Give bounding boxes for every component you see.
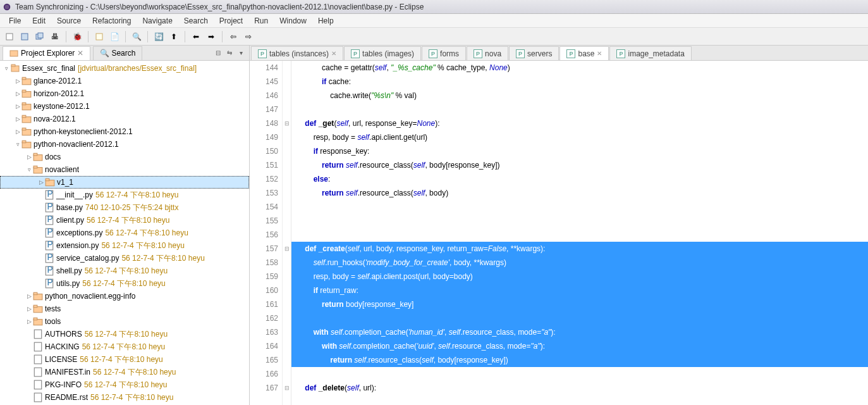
next-annotation-button[interactable]: ➡ bbox=[204, 30, 218, 44]
svg-rect-45 bbox=[34, 292, 37, 294]
tree-item[interactable]: ▷docs bbox=[0, 151, 249, 163]
tab-label: servers bbox=[527, 49, 552, 58]
svg-rect-54 bbox=[34, 380, 41, 389]
open-type-button[interactable]: 📄 bbox=[107, 30, 121, 44]
tree-item[interactable]: README.rst56 12-7-4 下午8:10 heyu bbox=[0, 391, 249, 404]
close-icon[interactable]: ✕ bbox=[77, 49, 83, 58]
menu-window[interactable]: Window bbox=[274, 15, 312, 27]
menu-navigate[interactable]: Navigate bbox=[137, 15, 177, 27]
twisty-icon[interactable]: ▿ bbox=[14, 141, 21, 147]
tab-search[interactable]: 🔍 Search bbox=[93, 46, 142, 60]
tree-item[interactable]: ▷keystone-2012.1 bbox=[0, 100, 249, 113]
forward-button[interactable]: ⇨ bbox=[241, 30, 255, 44]
tree-item[interactable]: ▿novaclient bbox=[0, 163, 249, 176]
code-content[interactable]: cache = getattr(self, "_%s_cache" % cach… bbox=[291, 61, 868, 405]
twisty-icon[interactable]: ▷ bbox=[14, 78, 21, 84]
twisty-icon[interactable]: ▷ bbox=[14, 90, 21, 97]
tree-item[interactable]: LICENSE56 12-7-4 下午8:10 heyu bbox=[0, 353, 249, 366]
editor-tab[interactable]: Ptables (instances)✕ bbox=[251, 46, 343, 60]
tree-item[interactable]: ▿python-novaclient-2012.1 bbox=[0, 138, 249, 151]
tree-item[interactable]: ▷horizon-2012.1 bbox=[0, 87, 249, 100]
file-icon bbox=[33, 329, 43, 339]
tree-item[interactable]: ▷v1_1 bbox=[0, 176, 249, 189]
close-icon[interactable]: ✕ bbox=[331, 50, 336, 57]
tree-meta: 56 12-7-4 下午8:10 heyu bbox=[85, 329, 168, 340]
menu-file[interactable]: File bbox=[4, 15, 26, 27]
tree-item[interactable]: AUTHORS56 12-7-4 下午8:10 heyu bbox=[0, 328, 249, 340]
code-area[interactable]: 1441451461471481491501511521531541551561… bbox=[250, 61, 868, 405]
file-icon bbox=[33, 354, 43, 364]
collapse-all-icon[interactable]: ⊟ bbox=[214, 49, 223, 58]
new-wizard-button[interactable] bbox=[92, 30, 106, 44]
menu-run[interactable]: Run bbox=[249, 15, 273, 27]
tree-label: tools bbox=[45, 317, 61, 326]
tree-item[interactable]: MANIFEST.in56 12-7-4 下午8:10 heyu bbox=[0, 366, 249, 378]
twisty-icon[interactable]: ▷ bbox=[25, 306, 33, 312]
save-button[interactable] bbox=[18, 30, 32, 44]
twisty-icon[interactable]: ▿ bbox=[3, 65, 10, 72]
save-all-button[interactable] bbox=[33, 30, 47, 44]
tree-item[interactable]: Pextension.py56 12-7-4 下午8:10 heyu bbox=[0, 239, 249, 252]
tree-item[interactable]: Putils.py56 12-7-4 下午8:10 heyu bbox=[0, 277, 249, 290]
tree-item[interactable]: P__init__.py56 12-7-4 下午8:10 heyu bbox=[0, 189, 249, 201]
menu-search[interactable]: Search bbox=[179, 15, 213, 27]
twisty-icon[interactable]: ▿ bbox=[25, 166, 33, 173]
sync-button[interactable]: 🔄 bbox=[152, 30, 166, 44]
twisty-icon[interactable]: ▷ bbox=[14, 116, 21, 122]
editor-tab[interactable]: Pservers bbox=[509, 46, 559, 60]
tree-item[interactable]: ▷python_novaclient.egg-info bbox=[0, 290, 249, 302]
tree-item[interactable]: Pexceptions.py56 12-7-4 下午8:10 heyu bbox=[0, 227, 249, 239]
menu-source[interactable]: Source bbox=[52, 15, 86, 27]
twisty-icon[interactable]: ▷ bbox=[25, 318, 33, 325]
twisty-icon[interactable]: ▷ bbox=[14, 103, 21, 109]
editor-tab[interactable]: Pimage_metadata bbox=[609, 46, 691, 60]
tree-item[interactable]: PKG-INFO56 12-7-4 下午8:10 heyu bbox=[0, 378, 249, 391]
tree-item[interactable]: ▷glance-2012.1 bbox=[0, 75, 249, 87]
tree-item[interactable]: ▷nova-2012.1 bbox=[0, 113, 249, 125]
tab-label: Project Explorer bbox=[21, 49, 75, 58]
tree-item[interactable]: ▷python-keystoneclient-2012.1 bbox=[0, 125, 249, 138]
view-menu-icon[interactable]: ▾ bbox=[236, 49, 245, 58]
twisty-icon[interactable]: ▷ bbox=[25, 154, 33, 160]
tree-item[interactable]: HACKING56 12-7-4 下午8:10 heyu bbox=[0, 340, 249, 353]
editor-tab[interactable]: Pnova bbox=[467, 46, 508, 60]
editor-tab[interactable]: Pbase✕ bbox=[559, 46, 609, 60]
link-editor-icon[interactable]: ⇆ bbox=[225, 49, 234, 58]
separator bbox=[66, 31, 66, 42]
prev-annotation-button[interactable]: ⬅ bbox=[189, 30, 203, 44]
twisty-icon[interactable]: ▷ bbox=[37, 179, 45, 185]
menu-project[interactable]: Project bbox=[214, 15, 248, 27]
print-button[interactable]: 🖶 bbox=[48, 30, 62, 44]
tree-item[interactable]: Pservice_catalog.py56 12-7-4 下午8:10 heyu bbox=[0, 252, 249, 265]
tree-root[interactable]: ▿ Essex_src_final [jdvirtual/branches/Es… bbox=[0, 62, 249, 75]
twisty-icon[interactable]: ▷ bbox=[14, 128, 21, 135]
tab-project-explorer[interactable]: Project Explorer ✕ bbox=[3, 46, 90, 60]
back-button[interactable]: ⇦ bbox=[226, 30, 240, 44]
tree-label: python-keystoneclient-2012.1 bbox=[34, 127, 133, 136]
menu-refactoring[interactable]: Refactoring bbox=[87, 15, 136, 27]
menu-help[interactable]: Help bbox=[313, 15, 339, 27]
project-tree[interactable]: ▿ Essex_src_final [jdvirtual/branches/Es… bbox=[0, 61, 249, 405]
new-button[interactable] bbox=[3, 30, 16, 44]
file-icon bbox=[33, 367, 43, 377]
python-file-icon: P bbox=[429, 49, 437, 58]
folding-gutter[interactable]: ⊟⊟⊟ bbox=[283, 61, 291, 405]
tree-item[interactable]: Pclient.py56 12-7-4 下午8:10 heyu bbox=[0, 214, 249, 227]
tree-item[interactable]: Pbase.py740 12-10-25 下午5:24 bjttx bbox=[0, 201, 249, 214]
editor-tab[interactable]: Pforms bbox=[422, 46, 466, 60]
tree-item[interactable]: ▷tests bbox=[0, 302, 249, 315]
debug-button[interactable]: 🐞 bbox=[70, 30, 84, 44]
tree-item[interactable]: ▷tools bbox=[0, 315, 249, 328]
editor-tab[interactable]: Ptables (images) bbox=[344, 46, 421, 60]
menu-edit[interactable]: Edit bbox=[27, 15, 51, 27]
close-icon[interactable]: ✕ bbox=[597, 50, 602, 57]
twisty-icon[interactable]: ▷ bbox=[25, 293, 33, 299]
tree-meta: 56 12-7-4 下午8:10 heyu bbox=[90, 392, 173, 403]
search-button[interactable]: 🔍 bbox=[130, 30, 144, 44]
folder-icon bbox=[33, 291, 43, 301]
python-file-icon: P bbox=[566, 49, 575, 58]
tree-label: utils.py bbox=[56, 279, 80, 288]
tree-item[interactable]: Pshell.py56 12-7-4 下午8:10 heyu bbox=[0, 265, 249, 277]
commit-button[interactable]: ⬆ bbox=[167, 30, 181, 44]
tree-meta: 56 12-7-4 下午8:10 heyu bbox=[121, 253, 204, 264]
